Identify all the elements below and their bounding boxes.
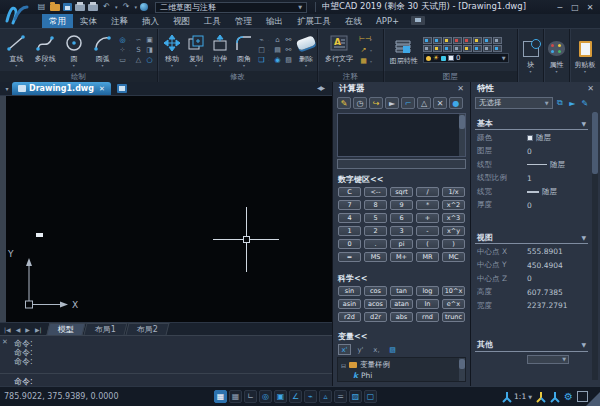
calc-key[interactable]: x^y xyxy=(442,226,465,236)
new-document-icon[interactable] xyxy=(117,84,127,93)
calc-key[interactable]: asin xyxy=(338,299,361,309)
clear-history-icon[interactable]: ◷ xyxy=(353,97,367,109)
dynamic-input-toggle-icon[interactable]: ⌁ xyxy=(304,390,317,403)
redo-icon[interactable]: ↷ xyxy=(121,2,132,12)
panel-label-annotate[interactable]: 注释 xyxy=(318,71,383,82)
panel-label-modify[interactable]: 修改 xyxy=(158,71,317,82)
selection-dropdown[interactable]: 无选择 ▼ xyxy=(475,97,553,109)
workspace-selector[interactable]: 二维草图与注释 ▼ xyxy=(155,2,307,13)
scrollbar[interactable] xyxy=(592,112,598,380)
calc-key[interactable]: - xyxy=(416,226,439,236)
annotation-visibility-icon[interactable] xyxy=(536,391,546,403)
undo-icon[interactable]: ↶ xyxy=(101,2,112,12)
layer-select-dropdown[interactable]: ☀ 0 ▼ xyxy=(423,53,509,63)
panel-label-layers[interactable]: 图层 xyxy=(384,71,517,82)
clear-icon[interactable]: ✎ xyxy=(337,97,351,109)
collapse-section-icon[interactable]: ▼ xyxy=(581,341,586,348)
calc-key[interactable]: + xyxy=(416,213,439,223)
document-tab[interactable]: Drawing1.dwg ✕ xyxy=(12,82,111,95)
property-row[interactable]: 图层 0 xyxy=(471,145,600,159)
collapse-section-icon[interactable]: ▼ xyxy=(581,120,586,127)
numpad-header[interactable]: 数字键区<< xyxy=(333,172,470,186)
tab-layout1[interactable]: 布局1 xyxy=(83,323,127,335)
save-icon[interactable] xyxy=(63,3,72,11)
return-value-icon[interactable]: ▨ xyxy=(386,344,399,355)
calc-key[interactable]: MR xyxy=(416,252,439,262)
help-icon[interactable]: ● xyxy=(449,97,463,109)
clipboard-button[interactable]: 剪贴板 ▾ xyxy=(573,38,597,74)
scrollbar[interactable] xyxy=(459,114,465,156)
calc-key[interactable]: * xyxy=(416,200,439,210)
calculator-history-display[interactable] xyxy=(337,113,466,157)
move-button[interactable]: 移动 ▾ xyxy=(161,32,183,68)
calc-key[interactable]: sqrt xyxy=(390,187,413,197)
tab-extension-tools[interactable]: 扩展工具 xyxy=(290,14,338,28)
close-calculator-icon[interactable]: ✕ xyxy=(457,84,464,93)
tab-app-plus[interactable]: APP+ xyxy=(369,14,406,28)
circle-button[interactable]: 圆 ▾ xyxy=(61,32,88,68)
property-row[interactable]: 中心点 Z 0 xyxy=(471,272,600,286)
angle-icon[interactable]: △ xyxy=(417,97,431,109)
calc-key[interactable]: C xyxy=(338,187,361,197)
tab-layout2[interactable]: 布局2 xyxy=(125,323,169,335)
intersection-icon[interactable]: ✕ xyxy=(433,97,447,109)
scientific-header[interactable]: 科学<< xyxy=(333,271,470,285)
command-window[interactable]: ✕ 命令: 命令: 命令: 命令: xyxy=(0,335,332,386)
scrollbar[interactable] xyxy=(459,358,465,381)
variable-folder-label[interactable]: 变量样例 xyxy=(360,360,390,370)
property-row[interactable]: 线型 随层 xyxy=(471,158,600,172)
property-row[interactable]: 线型比例 1 xyxy=(471,172,600,186)
panel-label-draw[interactable]: 绘制 xyxy=(0,71,157,82)
collapse-node-icon[interactable]: ⊟ xyxy=(341,362,346,369)
redo-dropdown-icon[interactable]: ▾ xyxy=(135,4,138,10)
plot-preview-icon[interactable] xyxy=(88,4,98,11)
drawing-canvas[interactable]: Y X xyxy=(0,96,332,322)
quick-select-icon[interactable]: ✎ xyxy=(580,97,590,109)
property-row[interactable]: ▼ xyxy=(471,353,600,367)
calc-key[interactable]: / xyxy=(416,187,439,197)
tab-home[interactable]: 常用 xyxy=(42,14,73,28)
variables-header[interactable]: 变量<< xyxy=(333,329,470,343)
stretch-button[interactable]: 拉伸 ▾ xyxy=(209,32,231,68)
line-button[interactable]: 直线 ▾ xyxy=(3,32,30,68)
tab-output[interactable]: 输出 xyxy=(259,14,290,28)
calc-key[interactable]: r2d xyxy=(338,312,361,322)
first-layout-icon[interactable]: |◀ xyxy=(2,326,13,333)
calc-key[interactable]: x^2 xyxy=(442,200,465,210)
calc-key[interactable]: 6 xyxy=(390,213,413,223)
lineweight-toggle-icon[interactable]: = xyxy=(334,390,347,403)
camera-icon[interactable] xyxy=(411,16,425,25)
tab-solid[interactable]: 实体 xyxy=(73,14,104,28)
section-basic[interactable]: 基本 ▼ xyxy=(475,117,588,130)
last-layout-icon[interactable]: ▶| xyxy=(33,326,44,333)
property-row[interactable]: 高度 607.7385 xyxy=(471,286,600,300)
calc-key[interactable]: = xyxy=(338,252,361,262)
command-input[interactable]: 命令: xyxy=(0,373,332,386)
paste-to-commandline-icon[interactable]: ↪ xyxy=(369,97,383,109)
calc-key[interactable]: d2r xyxy=(364,312,387,322)
annotation-scale-control[interactable]: 1:1 ▼ xyxy=(502,391,532,403)
auto-annotation-icon[interactable] xyxy=(550,391,560,403)
calc-key[interactable]: atan xyxy=(390,299,413,309)
calc-key[interactable]: 9 xyxy=(390,200,413,210)
new-variable-icon[interactable]: x' xyxy=(338,344,351,355)
calculator-input[interactable] xyxy=(337,159,466,169)
mtext-button[interactable]: A 多行文字 ▾ xyxy=(321,32,357,68)
minimize-button[interactable]: ─ xyxy=(553,2,567,13)
calc-key[interactable]: <-- xyxy=(364,187,387,197)
calc-key[interactable]: 4 xyxy=(338,213,361,223)
tab-online[interactable]: 在线 xyxy=(338,14,369,28)
edit-variable-icon[interactable]: y' xyxy=(354,344,367,355)
tab-annotate[interactable]: 注释 xyxy=(104,14,135,28)
calc-key[interactable]: 1/x xyxy=(442,187,465,197)
select-objects-icon[interactable]: ► xyxy=(567,97,577,109)
osnap-toggle-icon[interactable]: ◎ xyxy=(259,390,272,403)
tab-model[interactable]: 模型 xyxy=(46,323,85,335)
next-layout-icon[interactable]: ▶ xyxy=(23,326,32,333)
calc-key[interactable]: trunc xyxy=(442,312,465,322)
calc-key[interactable]: tan xyxy=(390,286,413,296)
collapse-section-icon[interactable]: ▼ xyxy=(581,234,586,241)
ortho-toggle-icon[interactable]: ∟ xyxy=(244,390,257,403)
arc-button[interactable]: 圆弧 ▾ xyxy=(89,32,116,68)
property-row[interactable]: 厚度 0 xyxy=(471,199,600,213)
